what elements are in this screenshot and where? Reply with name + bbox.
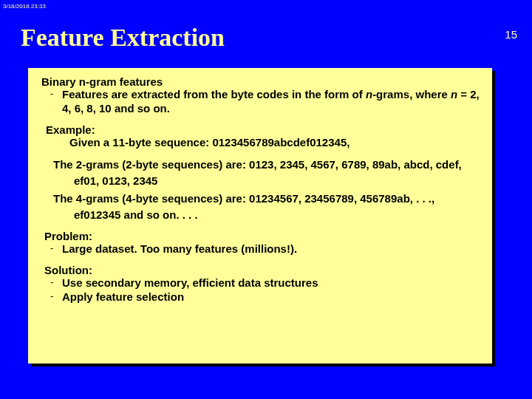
slide: 3/18/2018 23:33 Feature Extraction 15 Bi… (0, 0, 532, 399)
solution-text-2: Apply feature selection (62, 290, 184, 303)
twograms-text: The 2-grams (2-byte sequences) are: 0123… (53, 157, 480, 189)
solution-bullet-1: - Use secondary memory, efficient data s… (41, 276, 480, 290)
solution-bullet-2: - Apply feature selection (41, 290, 480, 304)
solution-block: Solution: - Use secondary memory, effici… (41, 264, 480, 304)
problem-bullet: - Large dataset. Too many features (mill… (41, 242, 480, 256)
example-text: Given a 11-byte sequence: 0123456789abcd… (69, 136, 480, 150)
problem-block: Problem: - Large dataset. Too many featu… (41, 230, 480, 256)
ngram-it2: n (451, 88, 457, 100)
bullet-dash-icon: - (50, 88, 53, 100)
page-number: 15 (505, 28, 517, 41)
slide-title: Feature Extraction (21, 24, 225, 52)
bullet-dash-icon: - (50, 242, 53, 254)
ngram-bullet: - Features are extracted from the byte c… (41, 88, 480, 116)
ngram-it1: n (366, 88, 372, 100)
ngram-block: Binary n-gram features - Features are ex… (41, 75, 480, 116)
ngram-heading: Binary n-gram features (41, 75, 480, 88)
ngram-text-mid: -grams, where (372, 88, 451, 100)
example-block: Example: Given a 11-byte sequence: 01234… (41, 123, 480, 150)
fourgrams-text: The 4-grams (4-byte sequences) are: 0123… (53, 191, 480, 223)
bullet-dash-icon: - (50, 290, 53, 302)
grams-block: The 2-grams (2-byte sequences) are: 0123… (53, 157, 480, 222)
content-panel: Binary n-gram features - Features are ex… (28, 68, 492, 364)
problem-label: Problem: (44, 230, 480, 242)
solution-text-1: Use secondary memory, efficient data str… (62, 276, 318, 289)
timestamp: 3/18/2018 23:33 (3, 3, 46, 10)
problem-text: Large dataset. Too many features (millio… (62, 242, 297, 255)
ngram-text-pre: Features are extracted from the byte cod… (62, 88, 366, 100)
example-label: Example: (46, 123, 480, 136)
bullet-dash-icon: - (50, 276, 53, 288)
solution-label: Solution: (44, 264, 480, 276)
